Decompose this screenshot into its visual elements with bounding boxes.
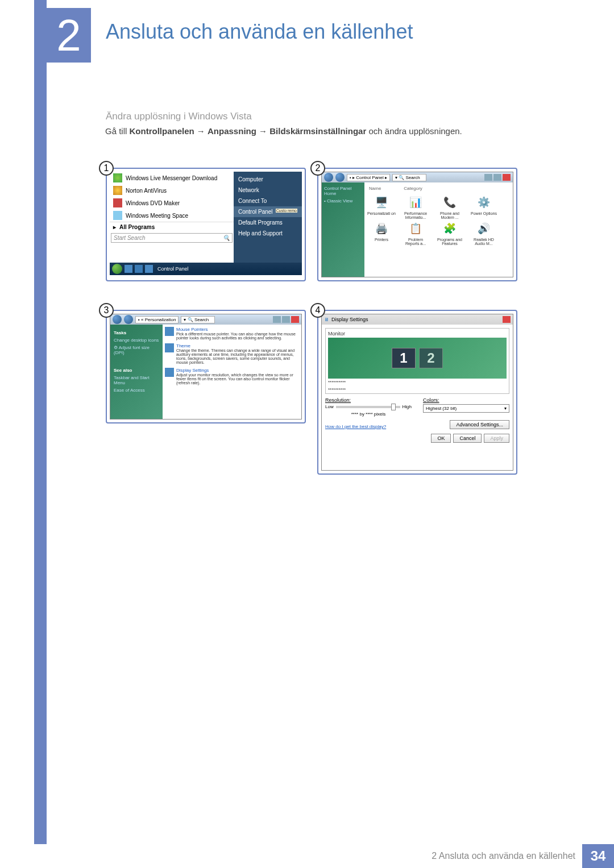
close-button[interactable] [503,174,511,181]
step-1: 1 Windows Live Messenger Download Norton… [106,168,306,281]
start-right-item[interactable]: Computer [234,174,302,185]
control-panel-item[interactable]: 📋Problem Reports a... [401,221,430,246]
control-panel-item[interactable]: 🖥️Personalizati on [367,194,396,219]
cp-item-icon: 🔊 [476,221,492,236]
control-panel-item[interactable]: 🖨️Printers [367,221,396,246]
cancel-button[interactable]: Cancel [453,434,482,443]
minimize-button[interactable] [273,316,281,323]
start-item[interactable]: Windows Live Messenger Download [110,172,234,184]
pz-item-icon [165,327,174,336]
maximize-button[interactable] [282,316,290,323]
sidebar-classic-view[interactable]: • Classic View [324,197,362,205]
all-programs[interactable]: ▸ All Programs [110,222,234,232]
sidebar-change-icons[interactable]: Change desktop icons [114,337,159,344]
back-button[interactable] [324,173,333,182]
window-titlebar: ▪ « Personalization ▾ 🔍 Search [110,314,301,325]
cp-item-label: Personalizati on [367,211,396,215]
breadcrumb[interactable]: ▪ ▸ Control Panel ▸ [347,174,390,181]
cp-item-label: Problem Reports a... [401,238,430,246]
start-right-item[interactable]: Network [234,185,302,196]
vista-start-menu: Windows Live Messenger Download Norton A… [110,172,302,263]
monitor-preview: 1 2 [328,338,507,379]
path-display-settings: Bildskärmsinställningar [269,126,366,136]
monitor-1[interactable]: 1 [392,348,416,368]
start-item[interactable]: Norton AntiVirus [110,184,234,197]
pz-item-title: Theme [176,343,299,348]
column-name: Name [369,186,381,191]
resolution-slider[interactable]: Low High [325,404,412,409]
cp-item-label: Programs and Features [435,238,464,246]
maximize-button[interactable] [493,174,501,181]
ok-button[interactable]: OK [431,434,451,443]
advanced-settings-button[interactable]: Advanced Settings... [450,420,509,429]
start-search-input[interactable]: Start Search🔍 [111,233,233,243]
quick-launch-icon[interactable] [125,265,132,273]
close-button[interactable] [503,316,511,323]
start-orb[interactable] [112,264,122,274]
forward-button[interactable] [335,173,345,182]
cp-item-icon: 📋 [408,221,424,236]
sidebar-ease-link[interactable]: Ease of Access [114,387,159,394]
pz-item-desc: Adjust your monitor resolution, which ch… [176,373,299,385]
column-category: Category [404,186,422,191]
screenshot-personalization: ▪ « Personalization ▾ 🔍 Search Tasks Cha… [106,310,306,423]
close-button[interactable] [291,316,299,323]
start-right-control-panel[interactable]: Control PanelCusto remo [234,206,302,217]
control-panel-item[interactable]: 📊Performance Informatio... [401,194,430,219]
resolution-value: **** by **** pixels [325,412,412,417]
display-settings-window: 🖥 Display Settings Monitor 1 2 *********… [321,314,513,471]
chapter-number: 2 [56,10,81,61]
personalization-item[interactable]: Mouse PointersPick a different mouse poi… [165,327,299,340]
cp-item-icon: ⚙️ [476,194,492,210]
breadcrumb[interactable]: ▪ « Personalization [135,316,179,323]
arrow-2: → [256,126,269,136]
control-panel-sidebar: Control Panel Home • Classic View [322,182,364,277]
header-stripe [34,0,47,844]
cp-item-label: Phone and Modem ... [435,211,464,219]
monitor-2[interactable]: 2 [419,348,443,368]
personalization-item[interactable]: ThemeChange the theme. Themes can change… [165,343,299,364]
quick-launch-icon[interactable] [135,265,143,273]
screenshot-start-menu: Windows Live Messenger Download Norton A… [106,168,306,281]
start-item[interactable]: Windows DVD Maker [110,197,234,209]
step-1-badge: 1 [99,161,114,176]
slider-thumb[interactable] [391,404,396,410]
step-2: 2 ▪ ▸ Control Panel ▸ ▾ 🔍 Search Control… [317,168,517,281]
sidebar-adjust-dpi[interactable]: ⚙ Adjust font size (DPI) [114,344,159,356]
step-3: 3 ▪ « Personalization ▾ 🔍 Search Tasks C… [106,310,306,423]
control-panel-item[interactable]: 📞Phone and Modem ... [435,194,464,219]
start-item[interactable]: Windows Meeting Space [110,209,234,222]
sidebar-taskbar-link[interactable]: Taskbar and Start Menu [114,374,159,387]
taskbar-button-control-panel[interactable]: Control Panel [155,266,191,272]
monitor-preview-box: Monitor 1 2 ********** ********** [325,328,509,394]
pz-item-title: Mouse Pointers [176,327,299,332]
cp-item-label: Printers [367,238,396,242]
help-link[interactable]: How do I get the best display? [325,424,386,429]
search-input[interactable]: ▾ 🔍 Search [392,174,426,181]
sidebar-home[interactable]: Control Panel Home [324,185,362,197]
start-right-item[interactable]: Connect To [234,196,302,206]
personalization-item[interactable]: Display SettingsAdjust your monitor reso… [165,368,299,385]
all-programs-label: All Programs [119,224,155,230]
start-menu-left: Windows Live Messenger Download Norton A… [110,172,234,263]
search-input[interactable]: ▾ 🔍 Search [181,316,215,323]
minimize-button[interactable] [484,174,492,181]
control-panel-item[interactable]: 🧩Programs and Features [435,221,464,246]
start-item-label: Norton AntiVirus [126,188,167,194]
back-button[interactable] [113,315,122,324]
start-right-item[interactable]: Default Programs [234,217,302,228]
footer-page-number: 34 [582,844,614,868]
step-4-badge: 4 [310,303,325,318]
control-panel-item[interactable]: ⚙️Power Options [469,194,499,219]
pz-item-title: Display Settings [176,368,299,373]
forward-button[interactable] [124,315,133,324]
personalization-main: Mouse PointersPick a different mouse poi… [163,325,301,419]
monitor-label: Monitor [328,331,507,337]
colors-dropdown[interactable]: Highest (32 bit)▾ [423,404,509,413]
cp-item-label: Power Options [469,211,499,215]
control-panel-item[interactable]: 🔊Realtek HD Audio M... [469,221,499,246]
start-right-item[interactable]: Help and Support [234,228,302,239]
search-placeholder: Start Search [114,235,146,241]
quick-launch-icon[interactable] [145,265,153,273]
apply-button[interactable]: Apply [484,434,509,443]
